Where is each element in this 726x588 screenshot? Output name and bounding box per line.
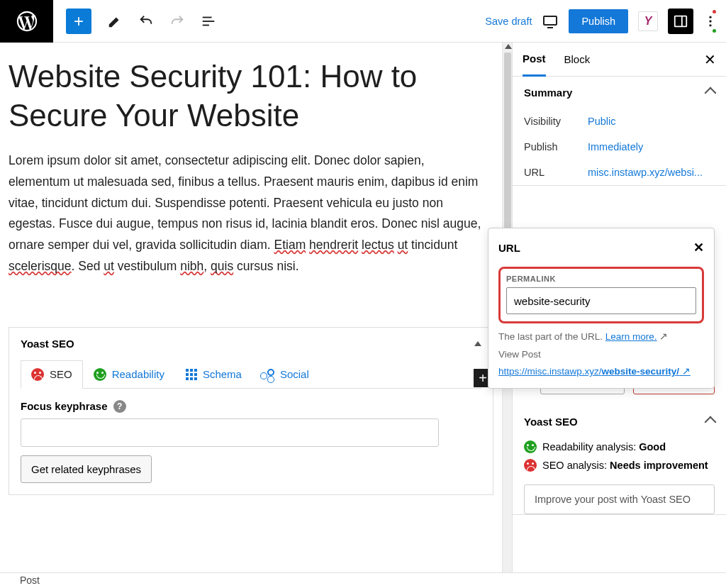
focus-keyphrase-label: Focus keyphrase?	[21, 400, 481, 413]
svg-rect-0	[203, 16, 212, 18]
publish-label: Publish	[524, 141, 588, 152]
scroll-up-icon	[505, 44, 512, 49]
redo-icon	[169, 13, 185, 29]
tab-seo[interactable]: SEO	[21, 360, 83, 389]
undo-icon[interactable]	[138, 13, 154, 29]
svg-point-7	[709, 20, 711, 22]
post-body[interactable]: Lorem ipsum dolor sit amet, consectetur …	[9, 150, 484, 277]
sidebar-close-button[interactable]: ✕	[704, 51, 716, 68]
svg-rect-3	[544, 16, 557, 25]
url-value[interactable]: misc.instawp.xyz/websi...	[588, 167, 703, 178]
svg-point-8	[709, 24, 711, 26]
wordpress-logo[interactable]	[0, 0, 53, 43]
readability-analysis-row: Readability analysis: Good	[513, 438, 726, 456]
collapse-icon	[474, 341, 481, 346]
happy-face-icon	[94, 368, 106, 381]
outline-icon[interactable]	[201, 13, 216, 29]
sad-face-icon	[31, 368, 44, 381]
publish-value[interactable]: Immediately	[588, 141, 643, 152]
breadcrumb: Post	[0, 572, 726, 588]
more-options-icon[interactable]	[703, 14, 717, 28]
edit-icon[interactable]	[107, 13, 123, 29]
visibility-label: Visibility	[524, 116, 588, 127]
help-icon[interactable]: ?	[113, 400, 126, 413]
yoast-section-toggle[interactable]: Yoast SEO	[513, 406, 726, 438]
happy-face-icon	[524, 440, 537, 453]
permalink-input[interactable]	[506, 287, 696, 314]
seo-analysis-row: SEO analysis: Needs improvement	[513, 456, 726, 475]
yoast-icon[interactable]: Y	[638, 11, 658, 31]
svg-rect-4	[675, 16, 687, 26]
url-popover: URL ✕ PERMALINK The last part of the URL…	[488, 228, 715, 389]
popover-heading: URL	[498, 242, 520, 254]
popover-close-button[interactable]: ✕	[693, 240, 704, 255]
url-label: URL	[524, 167, 588, 178]
schema-icon	[186, 369, 197, 380]
share-icon	[263, 369, 274, 380]
tab-block[interactable]: Block	[564, 43, 591, 75]
tab-social[interactable]: Social	[252, 360, 320, 389]
post-title[interactable]: Website Security 101: How to Secure Your…	[9, 57, 493, 135]
save-draft-link[interactable]: Save draft	[485, 16, 532, 27]
chevron-up-icon	[705, 87, 717, 99]
permalink-label: PERMALINK	[506, 274, 696, 283]
permalink-highlight: PERMALINK	[498, 267, 704, 323]
add-block-button[interactable]: +	[66, 9, 91, 34]
svg-rect-2	[203, 24, 209, 26]
visibility-value[interactable]: Public	[588, 116, 616, 127]
svg-point-6	[709, 16, 711, 18]
permalink-url[interactable]: https://misc.instawp.xyz/website-securit…	[498, 365, 704, 377]
yoast-panel-toggle[interactable]: Yoast SEO	[9, 328, 493, 360]
improve-yoast-button[interactable]: Improve your post with Yoast SEO	[524, 484, 715, 514]
tab-post[interactable]: Post	[523, 43, 546, 77]
sad-face-icon	[524, 459, 537, 472]
summary-section-toggle[interactable]: Summary	[513, 77, 726, 109]
tab-readability[interactable]: Readability	[83, 360, 175, 389]
tab-schema[interactable]: Schema	[175, 360, 252, 389]
preview-icon[interactable]	[542, 13, 559, 30]
sidebar-toggle-button[interactable]	[668, 9, 693, 34]
permalink-help: The last part of the URL. Learn more. ↗	[498, 331, 704, 342]
chevron-up-icon	[705, 416, 717, 428]
related-keyphrases-button[interactable]: Get related keyphrases	[21, 455, 152, 483]
learn-more-link[interactable]: Learn more.	[605, 331, 657, 342]
focus-keyphrase-input[interactable]	[21, 418, 439, 447]
view-post-link[interactable]: View Post	[498, 349, 704, 360]
publish-button[interactable]: Publish	[569, 9, 628, 33]
svg-rect-1	[203, 21, 215, 22]
